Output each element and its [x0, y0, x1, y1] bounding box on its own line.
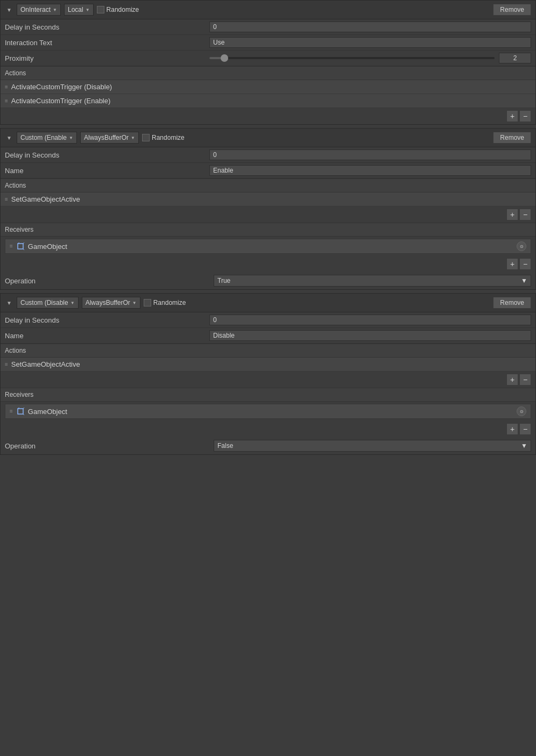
delay-input[interactable]: [209, 315, 531, 325]
trigger-type-dropdown[interactable]: Custom (Enable ▼: [17, 132, 77, 144]
receiver-label: GameObject: [28, 408, 67, 416]
mode-dropdown[interactable]: AlwaysBufferOr ▼: [80, 132, 139, 144]
svg-line-2: [23, 243, 24, 244]
panel-custom-enable: ▼ Custom (Enable ▼ AlwaysBufferOr ▼ Rand…: [0, 128, 536, 290]
slider-thumb[interactable]: [221, 54, 228, 62]
proximity-slider[interactable]: [209, 57, 495, 59]
delay-input[interactable]: [209, 149, 531, 160]
actions-section-header: Actions: [1, 179, 535, 192]
operation-row: Operation True ▼: [1, 272, 535, 289]
action-item: ≡ SetGameObjectActive: [1, 358, 535, 372]
proximity-row: Proximity 2: [1, 51, 535, 66]
panel-header-custom-enable: ▼ Custom (Enable ▼ AlwaysBufferOr ▼ Rand…: [1, 129, 535, 147]
panel-header-custom-disable: ▼ Custom (Disable ▼ AlwaysBufferOr ▼ Ran…: [1, 294, 535, 312]
name-input[interactable]: [209, 165, 531, 176]
action-label: ActivateCustomTrigger (Enable): [11, 97, 110, 105]
randomize-checkbox-label[interactable]: Randomize: [142, 134, 185, 141]
actions-section-header: Actions: [1, 344, 535, 358]
trigger-dropdown-arrow: ▼: [70, 301, 75, 305]
add-action-button[interactable]: +: [506, 110, 518, 122]
collapse-chevron[interactable]: ▼: [5, 133, 13, 142]
delay-label: Delay in Seconds: [5, 316, 209, 324]
add-receiver-button[interactable]: +: [506, 258, 518, 270]
add-action-button[interactable]: +: [506, 374, 518, 386]
operation-row: Operation False ▼: [1, 437, 535, 454]
randomize-checkbox-label[interactable]: Randomize: [97, 6, 139, 13]
action-item: ≡ ActivateCustomTrigger (Enable): [1, 94, 535, 108]
name-field-row: Name: [1, 163, 535, 179]
target-button[interactable]: ⊙: [517, 241, 526, 251]
action-item: ≡ ActivateCustomTrigger (Disable): [1, 80, 535, 94]
randomize-checkbox[interactable]: [97, 6, 104, 13]
proximity-label: Proximity: [5, 54, 209, 62]
gameobject-cube-icon: [16, 407, 25, 416]
operation-dropdown-arrow: ▼: [521, 277, 527, 284]
operation-value: True: [217, 277, 230, 284]
panel-header-oninteract: ▼ OnInteract ▼ Local ▼ Randomize Remove: [1, 1, 535, 19]
action-label: SetGameObjectActive: [11, 195, 80, 203]
drag-handle-icon: ≡: [5, 84, 8, 90]
name-field-row: Name: [1, 328, 535, 344]
remove-button[interactable]: Remove: [493, 132, 531, 144]
randomize-checkbox[interactable]: [142, 134, 150, 141]
delay-label: Delay in Seconds: [5, 151, 209, 159]
operation-dropdown[interactable]: True ▼: [214, 275, 531, 287]
trigger-dropdown-arrow: ▼: [53, 8, 57, 12]
operation-dropdown[interactable]: False ▼: [214, 440, 531, 452]
trigger-dropdown-arrow: ▼: [69, 135, 73, 140]
svg-line-3: [23, 249, 24, 250]
delay-input[interactable]: [209, 22, 531, 32]
remove-action-button[interactable]: −: [519, 110, 531, 122]
actions-add-remove-row: + −: [1, 206, 535, 223]
interaction-text-input[interactable]: [209, 37, 531, 48]
mode-dropdown-arrow: ▼: [131, 135, 135, 140]
drag-handle-icon: ≡: [10, 244, 13, 249]
remove-receiver-button[interactable]: −: [519, 258, 531, 270]
drag-handle-icon: ≡: [10, 409, 13, 414]
interaction-text-field-row: Interaction Text: [1, 35, 535, 51]
proximity-value: 2: [499, 53, 531, 63]
receivers-section-header: Receivers: [1, 223, 535, 237]
interaction-text-label: Interaction Text: [5, 39, 209, 47]
add-action-button[interactable]: +: [506, 209, 518, 220]
remove-receiver-button[interactable]: −: [519, 423, 531, 435]
mode-dropdown[interactable]: AlwaysBufferOr ▼: [82, 297, 140, 309]
delay-label: Delay in Seconds: [5, 23, 209, 31]
target-button[interactable]: ⊙: [517, 406, 526, 416]
trigger-type-dropdown[interactable]: OnInteract ▼: [17, 4, 61, 16]
proximity-slider-container: 2: [209, 53, 531, 63]
mode-dropdown-arrow: ▼: [86, 8, 90, 12]
action-label: ActivateCustomTrigger (Disable): [11, 83, 112, 91]
drag-handle-icon: ≡: [5, 98, 8, 104]
delay-field-row: Delay in Seconds: [1, 147, 535, 163]
remove-action-button[interactable]: −: [519, 374, 531, 386]
randomize-checkbox[interactable]: [144, 299, 151, 306]
operation-value: False: [217, 442, 233, 450]
actions-add-remove-row: + −: [1, 372, 535, 388]
operation-label: Operation: [5, 277, 209, 285]
mode-dropdown[interactable]: Local ▼: [64, 4, 94, 16]
collapse-chevron[interactable]: ▼: [5, 5, 13, 14]
remove-action-button[interactable]: −: [519, 209, 531, 220]
remove-button[interactable]: Remove: [493, 297, 531, 309]
add-receiver-button[interactable]: +: [506, 423, 518, 435]
panel-oninteract: ▼ OnInteract ▼ Local ▼ Randomize Remove …: [0, 0, 536, 125]
action-item: ≡ SetGameObjectActive: [1, 192, 535, 206]
randomize-checkbox-label[interactable]: Randomize: [144, 299, 186, 306]
name-input[interactable]: [209, 330, 531, 341]
collapse-chevron[interactable]: ▼: [5, 298, 13, 307]
svg-rect-4: [18, 409, 23, 414]
name-label: Name: [5, 332, 209, 340]
svg-line-6: [23, 408, 24, 409]
trigger-type-dropdown[interactable]: Custom (Disable ▼: [17, 297, 79, 309]
actions-section-header: Actions: [1, 66, 535, 80]
delay-field-row: Delay in Seconds: [1, 312, 535, 328]
receivers-section-header: Receivers: [1, 388, 535, 402]
mode-dropdown-arrow: ▼: [132, 301, 137, 305]
action-label: SetGameObjectActive: [11, 360, 80, 368]
receiver-item: ≡ GameObject ⊙: [5, 239, 531, 254]
name-label: Name: [5, 167, 209, 175]
drag-handle-icon: ≡: [5, 197, 8, 202]
receiver-label: GameObject: [28, 243, 67, 251]
remove-button[interactable]: Remove: [493, 4, 531, 16]
